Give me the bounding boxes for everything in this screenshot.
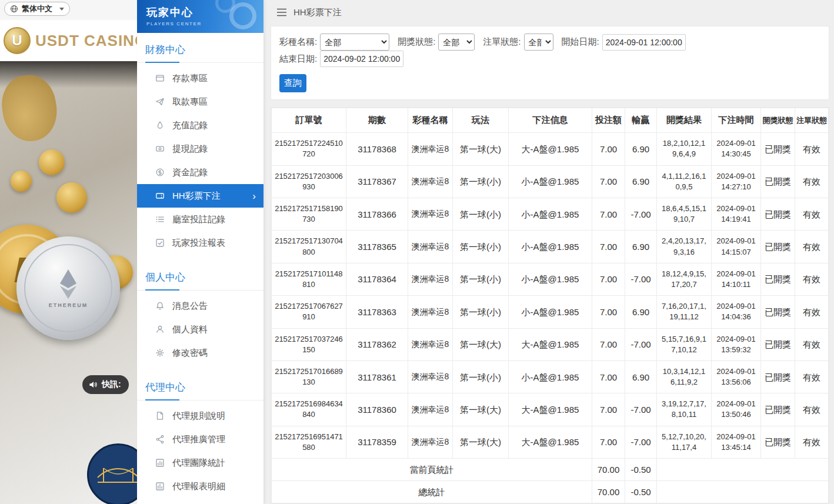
- query-button[interactable]: 查詢: [279, 74, 306, 92]
- cell-win-loss: 6.90: [625, 165, 657, 198]
- gold-coin-graphic: [39, 149, 65, 175]
- sidebar-item-label: 資金記錄: [172, 167, 208, 178]
- cell-bet-status: 有效: [795, 361, 829, 393]
- section-title-personal: 個人中心: [137, 263, 263, 291]
- gear-icon: [155, 348, 165, 358]
- sidebar-item-label: 充值記錄: [172, 120, 208, 131]
- table-header-row: 訂單號 期數 彩種名稱 玩法 下注信息 投注額 輸贏 開獎結果 下注時間 開獎狀…: [272, 108, 829, 133]
- bridge-badge-logo: [87, 443, 137, 504]
- start-date-input[interactable]: [602, 34, 686, 51]
- cell-draw-result: 18,6,4,5,15,19,10,7: [657, 198, 712, 231]
- sidebar-item-label: 代理報表明細: [172, 481, 225, 492]
- cell-bet-time: 2024-09-01 14:30:45: [712, 133, 761, 165]
- cell-win-loss: -7.00: [625, 263, 657, 295]
- cell-win-loss: 6.90: [625, 296, 657, 328]
- cell-bet-status: 有效: [795, 165, 829, 198]
- cell-draw-status: 已開獎: [761, 133, 795, 165]
- cell-bet-info: 大-A盤@1.985: [509, 393, 592, 426]
- header-bet-info: 下注信息: [509, 108, 592, 133]
- sidebar-item-label: 廳室投註記錄: [172, 214, 225, 225]
- sidebar-item-agent-rules[interactable]: 代理規則說明: [137, 404, 263, 428]
- sidebar-item-deposit[interactable]: 存款專區: [137, 66, 263, 90]
- bet-status-label: 注單狀態:: [483, 36, 521, 48]
- cell-lottery-name: 澳洲幸运8: [408, 165, 453, 198]
- cell-lottery-name: 澳洲幸运8: [408, 263, 453, 295]
- brand-name: USDT CASINO: [35, 32, 137, 50]
- cell-draw-status: 已開獎: [761, 328, 795, 361]
- sidebar-item-agent-team-stats[interactable]: 代理團隊統計: [137, 451, 263, 475]
- sidebar-item-player-bet-report[interactable]: 玩家投注報表: [137, 231, 263, 255]
- section-personal: 個人中心 消息公告 個人資料 修改密碼: [137, 263, 263, 365]
- hamburger-icon[interactable]: [276, 8, 287, 16]
- sidebar-item-funds-record[interactable]: 資金記錄: [137, 161, 263, 184]
- share-icon: [155, 435, 165, 445]
- sidebar-item-agent-promotion[interactable]: 代理推廣管理: [137, 428, 263, 451]
- sidebar-item-profile[interactable]: 個人資料: [137, 318, 263, 341]
- section-title-finance: 財務中心: [137, 35, 263, 63]
- cell-bet-info: 小-A盤@1.985: [509, 198, 592, 231]
- cell-lottery-name: 澳洲幸运8: [408, 198, 453, 231]
- end-date-input[interactable]: [320, 51, 403, 67]
- ethereum-diamond-icon: [58, 268, 78, 300]
- header-play-type: 玩法: [453, 108, 509, 133]
- sidebar-item-label: 代理推廣管理: [172, 434, 225, 445]
- cell-bet-amount: 7.00: [592, 231, 625, 263]
- cell-bet-amount: 7.00: [592, 426, 625, 458]
- sidebar-item-room-bet-record[interactable]: 廳室投註記錄: [137, 208, 263, 231]
- table-row: 2152172517067627910 31178363 澳洲幸运8 第一球(小…: [272, 296, 829, 328]
- cell-period: 31178367: [346, 165, 408, 198]
- table-row: 2152172517158190730 31178366 澳洲幸运8 第一球(小…: [272, 198, 829, 231]
- sidebar-item-hh-lottery-bets[interactable]: HH彩票下注 ›: [137, 184, 263, 208]
- bet-status-select[interactable]: 全部: [524, 34, 553, 51]
- grand-summary-row: 總統計 70.00 -0.50: [272, 481, 829, 503]
- cell-order-no: 2152172517130704800: [272, 231, 346, 263]
- cell-bet-info: 小-A盤@1.985: [509, 231, 592, 263]
- cell-play-type: 第一球(小): [453, 361, 509, 393]
- cell-draw-result: 4,1,11,2,16,10,9,5: [657, 165, 712, 198]
- cell-bet-time: 2024-09-01 14:27:10: [712, 165, 761, 198]
- cell-bet-status: 有效: [795, 296, 829, 328]
- user-icon: [155, 325, 165, 335]
- sidebar-item-label: 存款專區: [172, 73, 208, 84]
- page-title: HH彩票下注: [293, 7, 342, 18]
- sidebar-item-cashout-record[interactable]: 提現記錄: [137, 137, 263, 161]
- cell-period: 31178362: [346, 328, 408, 361]
- sidebar-item-label: 取款專區: [172, 96, 208, 108]
- language-selector[interactable]: 繁体中文: [4, 2, 70, 16]
- sidebar-item-announcements[interactable]: 消息公告: [137, 294, 263, 318]
- page-summary-row: 當前頁統計 70.00 -0.50: [272, 459, 829, 481]
- cell-bet-status: 有效: [795, 133, 829, 165]
- cell-win-loss: -7.00: [625, 393, 657, 426]
- section-agent: 代理中心 代理規則說明 代理推廣管理 代理團隊統計 代理報表明細: [137, 373, 263, 504]
- sidebar-item-label: 提現記錄: [172, 143, 208, 155]
- sidebar-item-withdraw[interactable]: 取款專區: [137, 90, 263, 114]
- cell-bet-time: 2024-09-01 13:56:06: [712, 361, 761, 393]
- player-center-sidebar: 玩家中心 PLAYERS CENTER 財務中心 存款專區 取款專區 充值記錄: [137, 0, 263, 504]
- sidebar-item-label: 消息公告: [172, 301, 208, 312]
- news-ticker-button[interactable]: 快訊:: [82, 375, 129, 394]
- sidebar-item-change-password[interactable]: 修改密碼: [137, 341, 263, 365]
- cell-lottery-name: 澳洲幸运8: [408, 426, 453, 458]
- sidebar-item-agent-report-detail[interactable]: 代理報表明細: [137, 475, 263, 498]
- sidebar-item-recharge-record[interactable]: 充值記錄: [137, 114, 263, 137]
- cell-win-loss: -7.00: [625, 198, 657, 231]
- header-bet-status: 注單狀態: [795, 108, 829, 133]
- cell-bet-amount: 7.00: [592, 133, 625, 165]
- table-row: 2152172517224510720 31178368 澳洲幸运8 第一球(大…: [272, 133, 829, 165]
- cell-play-type: 第一球(小): [453, 231, 509, 263]
- cell-play-type: 第一球(小): [453, 198, 509, 231]
- cell-draw-result: 18,2,10,12,19,6,4,9: [657, 133, 712, 165]
- cell-order-no: 2152172516951471580: [272, 426, 346, 458]
- draw-status-select[interactable]: 全部: [438, 34, 475, 51]
- sidebar-item-agent-members[interactable]: 代理下級會員: [137, 498, 263, 504]
- section-title-agent: 代理中心: [137, 373, 263, 400]
- header-win-loss: 輸贏: [625, 108, 657, 133]
- lottery-name-select[interactable]: 全部: [320, 34, 389, 51]
- deposit-card-icon: [155, 74, 165, 84]
- header-draw-result: 開獎結果: [657, 108, 712, 133]
- summary-winloss-total: -0.50: [625, 459, 657, 481]
- cell-play-type: 第一球(大): [453, 133, 509, 165]
- cell-period: 31178366: [346, 198, 408, 231]
- gold-coin-graphic: [11, 171, 32, 192]
- cell-draw-result: 10,3,14,12,16,11,9,2: [657, 361, 712, 393]
